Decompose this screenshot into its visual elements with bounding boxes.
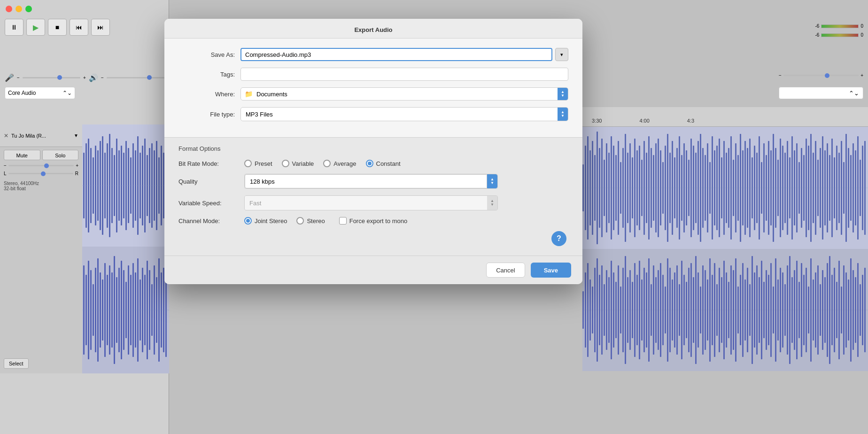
right-dropdown: ⌃⌄ (779, 87, 863, 99)
right-device-select[interactable]: ⌃⌄ (779, 87, 863, 99)
time-marker-1: 3:30 (592, 118, 602, 124)
file-type-stepper[interactable]: ▲ ▼ (558, 107, 568, 121)
audio-device-label: Core Audio (8, 90, 36, 96)
where-selector[interactable]: 📁 Documents ▲ ▼ (240, 87, 568, 101)
quality-text: 128 kbps (250, 178, 275, 185)
quality-label: Quality (178, 178, 244, 185)
plus-label: + (83, 75, 86, 80)
radio-variable-circle (282, 160, 289, 167)
dialog-title: Export Audio (354, 26, 392, 33)
file-type-selector[interactable]: MP3 Files ▲ ▼ (240, 107, 568, 121)
radio-preset-circle (244, 160, 252, 167)
rewind-button[interactable]: ⏮ (70, 19, 88, 36)
pause-button[interactable]: ⏸ (5, 19, 23, 36)
level-meter-row-2: -6 0 (815, 32, 863, 38)
where-row: Where: 📁 Documents ▲ ▼ (178, 87, 568, 101)
quality-selector[interactable]: 128 kbps ▲ ▼ (244, 174, 498, 189)
help-button-row: ? (178, 231, 568, 246)
radio-variable[interactable]: Variable (282, 160, 314, 167)
radio-constant-circle (366, 160, 373, 167)
dialog-header: Export Audio (164, 19, 582, 39)
variable-speed-stepper[interactable]: ▲ ▼ (487, 196, 497, 210)
select-button[interactable]: Select (4, 358, 29, 369)
dialog-footer: Cancel Save (164, 256, 582, 284)
variable-speed-selector[interactable]: Fast ▲ ▼ (244, 195, 498, 210)
where-stepper[interactable]: ▲ ▼ (558, 87, 568, 101)
radio-joint-stereo[interactable]: Joint Stereo (244, 217, 287, 225)
level-minus-label-2: -6 (815, 32, 820, 38)
device-chevron-icon: ⌃⌄ (62, 90, 72, 96)
radio-constant-label: Constant (376, 160, 401, 167)
track-pan-slider[interactable] (8, 173, 73, 174)
right-waveform-area: -6 0 -6 0 − + ⌃⌄ (582, 0, 868, 434)
bit-rate-mode-label: Bit Rate Mode: (178, 160, 244, 167)
save-as-dropdown-button[interactable]: ▾ (555, 48, 568, 61)
radio-constant[interactable]: Constant (366, 160, 401, 167)
help-button[interactable]: ? (551, 231, 566, 246)
force-mono-checkbox-item[interactable]: Force export to mono (339, 217, 408, 225)
waveform-top-svg (82, 124, 169, 247)
waveform-bottom-svg (82, 247, 169, 373)
save-as-row: Save As: ▾ (178, 48, 568, 61)
quality-stepper[interactable]: ▲ ▼ (487, 174, 497, 188)
track-header: ✕ Tu Jo Mila (R... ▼ (0, 124, 82, 147)
bit-rate-radio-group: Preset Variable Average Constant (244, 160, 401, 167)
bit-rate-mode-row: Bit Rate Mode: Preset Variable Average (178, 160, 568, 167)
audio-device-row: Core Audio ⌃⌄ (5, 87, 89, 99)
mute-button[interactable]: Mute (4, 150, 40, 160)
audio-device-select[interactable]: Core Audio ⌃⌄ (5, 87, 75, 99)
level-bar-2 (821, 33, 859, 37)
export-audio-dialog: Export Audio Save As: ▾ Tags: Where: (164, 19, 582, 284)
dialog-body: Save As: ▾ Tags: Where: 📁 Documents ▲ (164, 39, 582, 137)
save-button[interactable]: Save (531, 263, 571, 278)
play-button[interactable]: ▶ (26, 19, 45, 36)
cancel-button[interactable]: Cancel (486, 263, 525, 278)
volume-controls: 🎤 − + 🔊 − (5, 73, 164, 82)
mute-solo-controls: Mute Solo (0, 147, 82, 162)
track-close-icon[interactable]: ✕ (4, 132, 8, 139)
speaker-minus: − (101, 75, 104, 80)
pan-r-label: R (75, 171, 78, 176)
right-slider-row: − + (779, 73, 863, 78)
force-mono-checkbox[interactable] (339, 217, 347, 225)
right-minus-label: − (779, 73, 782, 78)
maximize-button[interactable] (25, 6, 32, 12)
radio-average-label: Average (333, 160, 356, 167)
channel-mode-row: Channel Mode: Joint Stereo Stereo Force … (178, 217, 568, 225)
radio-stereo[interactable]: Stereo (296, 217, 325, 225)
channel-mode-radio-group: Joint Stereo Stereo Force export to mono (244, 217, 407, 225)
format-options-title: Format Options (178, 145, 568, 152)
channel-mode-label: Channel Mode: (178, 217, 244, 225)
minus-label: − (17, 75, 20, 80)
close-button[interactable] (6, 6, 12, 12)
track-volume-row: − + (0, 162, 82, 169)
track-name: Tu Jo Mila (R... (11, 133, 46, 139)
radio-average[interactable]: Average (323, 160, 356, 167)
track-minus-icon: − (4, 163, 7, 168)
tags-input[interactable] (240, 68, 568, 81)
radio-preset-label: Preset (255, 160, 272, 167)
radio-stereo-circle (296, 217, 304, 225)
file-type-label: File type: (178, 111, 235, 118)
forward-button[interactable]: ⏭ (91, 19, 110, 36)
variable-speed-label: Variable Speed: (178, 200, 244, 207)
time-ruler: 3:30 4:00 4:3 (582, 107, 868, 127)
right-volume-slider[interactable] (783, 75, 859, 76)
track-volume-slider[interactable] (8, 165, 74, 166)
left-panel: ⏸ ▶ ■ ⏮ ⏭ 🎤 − + 🔊 − Core Audio ⌃⌄ (0, 0, 169, 434)
stop-button[interactable]: ■ (48, 19, 67, 36)
right-waveform-bottom (582, 249, 868, 371)
speaker-slider[interactable] (107, 77, 164, 78)
radio-preset[interactable]: Preset (244, 160, 272, 167)
minimize-button[interactable] (16, 6, 22, 12)
where-label: Where: (178, 91, 235, 98)
save-as-input[interactable] (240, 48, 552, 61)
level-minus-label: -6 (815, 23, 820, 29)
mic-slider[interactable] (23, 77, 80, 78)
track-arrow-icon[interactable]: ▼ (74, 133, 78, 138)
track-meta: Stereo, 44100Hz 32-bit float (0, 178, 82, 194)
quality-row: Quality 128 kbps ▲ ▼ (178, 174, 568, 189)
solo-button[interactable]: Solo (42, 150, 79, 160)
folder-icon: 📁 (241, 90, 256, 98)
level-meters: -6 0 -6 0 (815, 23, 863, 38)
